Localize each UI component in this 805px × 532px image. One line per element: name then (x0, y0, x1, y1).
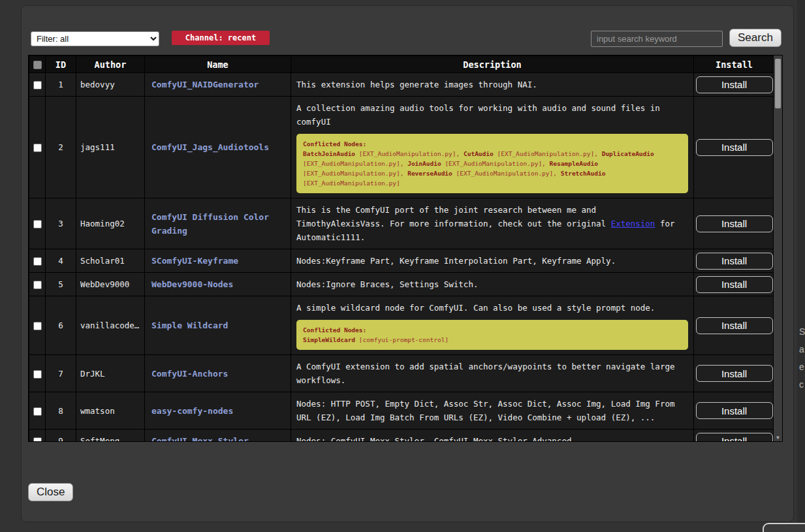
row-author: vanillacode… (76, 296, 145, 355)
row-select-checkbox[interactable] (33, 322, 42, 330)
conflict-node-source: [EXT_AudioManipulation.py] (303, 160, 400, 167)
table-row: 3Haoming02ComfyUI Diffusion Color Gradin… (29, 198, 775, 249)
install-button[interactable]: Install (696, 253, 773, 270)
conflict-list: SimpleWildcard [comfyui-prompt-control] (303, 335, 682, 345)
description-link[interactable]: Extension (611, 219, 655, 228)
row-select-checkbox[interactable] (33, 370, 42, 379)
row-checkbox-cell (29, 249, 46, 273)
table-row: 2jags111ComfyUI_Jags_AudiotoolsA collect… (29, 97, 775, 198)
row-select-checkbox[interactable] (33, 144, 42, 152)
row-select-checkbox[interactable] (33, 81, 42, 89)
row-select-checkbox[interactable] (33, 257, 42, 266)
description-text: Nodes:Ignore Braces, Settings Switch. (296, 279, 478, 289)
row-description-cell: A ComfyUI extension to add spatial ancho… (291, 355, 694, 392)
row-name-cell: ComfyUI-Anchors (145, 355, 291, 392)
edge-letter-fragment: c (799, 379, 804, 390)
install-button[interactable]: Install (696, 402, 773, 419)
close-button[interactable]: Close (28, 483, 73, 501)
custom-nodes-manager-dialog: Filter: all Channel: recent Search ID Au… (21, 5, 794, 522)
row-checkbox-cell (29, 392, 46, 430)
row-select-checkbox[interactable] (33, 281, 42, 289)
row-id: 5 (46, 273, 76, 296)
description-text: A ComfyUI extension to add spatial ancho… (296, 362, 674, 385)
conflict-node-source: [EXT_AudioManipulation.py] (497, 150, 594, 157)
row-checkbox-cell (29, 296, 46, 355)
select-all-checkbox[interactable] (33, 61, 42, 69)
table-scrollbar-track[interactable]: ▼ (773, 55, 782, 441)
conflict-node-name: StretchAudio (561, 170, 606, 177)
conflict-node-name: CutAudio (464, 150, 494, 157)
channel-badge: Channel: recent (172, 31, 270, 45)
row-description: This extension helps generate images thr… (296, 78, 688, 91)
row-description-cell: Nodes: HTTP POST, Empty Dict, Assoc Str,… (291, 392, 694, 430)
row-description: Nodes:Ignore Braces, Settings Switch. (296, 277, 688, 291)
row-description: A ComfyUI extension to add spatial ancho… (296, 360, 688, 387)
row-author: bedovyy (76, 73, 145, 97)
header-description: Description (291, 56, 694, 73)
conflict-node-source: [EXT_AudioManipulation.py] (303, 170, 400, 177)
row-author: wmatson (76, 392, 145, 430)
row-description: Nodes: ComfyUI Mexx Styler, ComfyUI Mexx… (296, 434, 688, 442)
row-description: A collection amazing audio tools for wor… (296, 101, 688, 129)
row-install-cell: Install (694, 296, 775, 355)
row-install-cell: Install (694, 73, 775, 97)
install-button[interactable]: Install (696, 365, 773, 382)
table-header-row: ID Author Name Description Install (29, 56, 775, 73)
install-button[interactable]: Install (696, 215, 773, 232)
install-button[interactable]: Install (696, 276, 773, 293)
conflict-title: Conflicted Nodes: (303, 325, 682, 335)
table-scrollbar-thumb[interactable] (775, 59, 781, 108)
row-install-cell: Install (694, 249, 775, 273)
row-name-cell: ComfyUI_Mexx_Styler (145, 430, 291, 443)
extensions-tbody: 1bedovyyComfyUI_NAIDGeneratorThis extens… (29, 73, 775, 443)
scroll-down-arrow-icon[interactable]: ▼ (774, 435, 782, 441)
extension-name-link[interactable]: ComfyUI_Jags_Audiotools (151, 142, 269, 152)
row-select-checkbox[interactable] (33, 220, 42, 228)
row-install-cell: Install (694, 273, 775, 296)
extension-name-link[interactable]: SComfyUI-Keyframe (151, 256, 238, 266)
extension-name-link[interactable]: ComfyUI_Mexx_Styler (151, 436, 249, 442)
row-select-checkbox[interactable] (33, 407, 42, 416)
row-description: Nodes: HTTP POST, Empty Dict, Assoc Str,… (296, 397, 688, 424)
description-text: This is the ComfyUI port of the joint re… (296, 205, 611, 228)
conflict-node-source: [comfyui-prompt-control] (359, 336, 449, 343)
conflict-node-name: SimpleWildcard (303, 336, 355, 343)
search-input[interactable] (591, 31, 723, 47)
description-text: Nodes: HTTP POST, Empty Dict, Assoc Str,… (296, 399, 674, 422)
install-button[interactable]: Install (696, 139, 773, 156)
conflict-node-name: ReverseAudio (407, 170, 452, 177)
row-description-cell: A collection amazing audio tools for wor… (291, 97, 694, 198)
filter-select[interactable]: Filter: all (31, 31, 159, 46)
extension-name-link[interactable]: Simple Wildcard (151, 321, 228, 330)
description-text: This extension helps generate images thr… (296, 80, 537, 89)
install-button[interactable]: Install (696, 433, 773, 443)
row-description-cell: This is the ComfyUI port of the joint re… (291, 198, 694, 249)
header-id: ID (46, 56, 76, 73)
conflicted-nodes-warning: Conflicted Nodes:BatchJoinAudio [EXT_Aud… (296, 134, 688, 193)
row-name-cell: easy-comfy-nodes (145, 392, 291, 430)
row-author: SoftMeng (76, 430, 145, 443)
row-id: 9 (46, 430, 76, 443)
table-row: 4Scholar01SComfyUI-KeyframeNodes:Keyfram… (29, 249, 775, 273)
description-text: Nodes:Keyframe Part, Keyframe Interpolat… (296, 256, 616, 266)
install-button[interactable]: Install (696, 76, 773, 93)
extension-name-link[interactable]: easy-comfy-nodes (151, 406, 233, 416)
extensions-table-container: ID Author Name Description Install 1bedo… (28, 55, 783, 442)
channel-badge-label: Channel: recent (185, 33, 256, 42)
header-author: Author (76, 56, 145, 73)
row-description-cell: A simple wildcard node for ComfyUI. Can … (291, 296, 694, 355)
extension-name-link[interactable]: ComfyUI_NAIDGenerator (151, 80, 259, 89)
search-button[interactable]: Search (729, 29, 781, 47)
extension-name-link[interactable]: ComfyUI-Anchors (151, 369, 228, 379)
row-author: Haoming02 (76, 198, 145, 249)
extension-name-link[interactable]: WebDev9000-Nodes (151, 279, 233, 289)
install-button[interactable]: Install (696, 317, 773, 334)
row-install-cell: Install (694, 97, 775, 198)
extension-name-link[interactable]: ComfyUI Diffusion Color Grading (151, 212, 269, 236)
row-author: Scholar01 (76, 249, 145, 273)
row-install-cell: Install (694, 430, 775, 443)
row-name-cell: ComfyUI_Jags_Audiotools (145, 97, 291, 198)
conflict-node-name: ResampleAudio (550, 160, 598, 167)
row-select-checkbox[interactable] (33, 437, 42, 442)
conflict-title: Conflicted Nodes: (303, 139, 682, 149)
